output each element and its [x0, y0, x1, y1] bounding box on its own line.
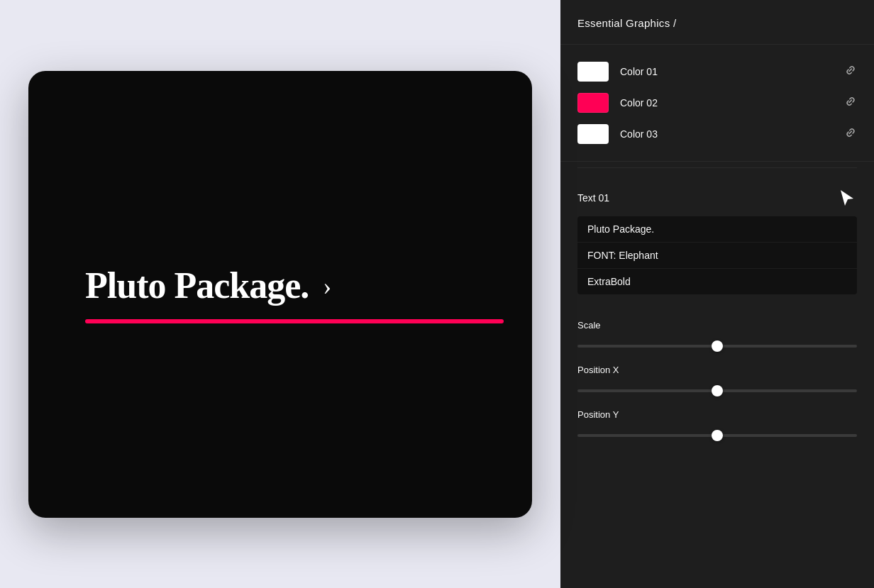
preview-title: Pluto Package. [85, 265, 309, 306]
color-row-03: Color 03 [577, 118, 857, 150]
position-x-label: Position X [577, 365, 857, 375]
scale-slider[interactable] [577, 345, 857, 348]
preview-card: Pluto Package. › [28, 71, 532, 518]
color-link-icon-02[interactable] [844, 95, 857, 111]
sliders-section: Scale Position X Position Y [560, 320, 874, 471]
position-x-slider-group: Position X [577, 365, 857, 395]
color-swatch-01[interactable] [577, 62, 609, 82]
color-link-icon-03[interactable] [844, 126, 857, 142]
position-y-slider[interactable] [577, 434, 857, 437]
scale-label: Scale [577, 320, 857, 331]
panel-title: Essential Graphics / [577, 17, 676, 29]
scale-slider-group: Scale [577, 320, 857, 350]
colors-section: Color 01 Color 02 Color 03 [560, 45, 874, 162]
text-section-label: Text 01 [577, 192, 609, 204]
position-y-label: Position Y [577, 409, 857, 420]
preview-arrow: › [323, 271, 331, 301]
preview-text: Pluto Package. › [85, 265, 331, 306]
preview-area: Pluto Package. › [0, 0, 560, 588]
color-swatch-02[interactable] [577, 93, 609, 113]
text-section: Text 01 Pluto Package. FONT: Elephant Ex… [560, 174, 874, 320]
color-label-03: Color 03 [620, 128, 844, 140]
color-label-01: Color 01 [620, 66, 844, 77]
text-field-group: Pluto Package. FONT: Elephant ExtraBold [577, 216, 857, 294]
color-swatch-03[interactable] [577, 124, 609, 144]
text-font-field[interactable]: FONT: Elephant [577, 243, 857, 269]
color-row-01: Color 01 [577, 56, 857, 87]
position-x-slider[interactable] [577, 389, 857, 392]
color-link-icon-01[interactable] [844, 64, 857, 79]
preview-underline [85, 319, 504, 323]
panel-header: Essential Graphics / [560, 0, 874, 45]
text-section-header: Text 01 [577, 188, 857, 208]
cursor-icon [837, 188, 857, 208]
text-value-field[interactable]: Pluto Package. [577, 216, 857, 243]
right-panel: Essential Graphics / Color 01 Color 02 [560, 0, 874, 588]
position-y-slider-group: Position Y [577, 409, 857, 440]
divider [577, 167, 857, 168]
color-label-02: Color 02 [620, 97, 844, 109]
text-weight-field[interactable]: ExtraBold [577, 269, 857, 294]
color-row-02: Color 02 [577, 87, 857, 118]
